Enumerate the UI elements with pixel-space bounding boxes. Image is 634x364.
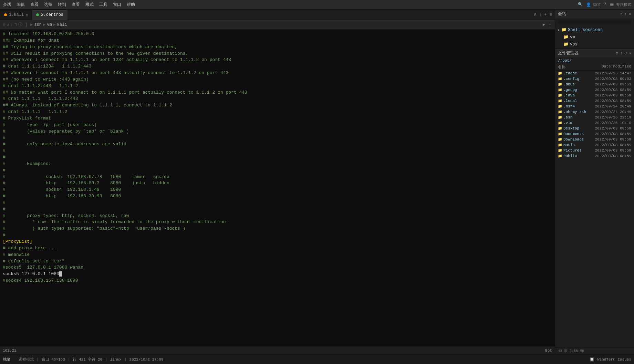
file-folder-icon: 📁 [558, 88, 562, 92]
file-folder-icon: 📁 [558, 71, 562, 75]
breadcrumb-arrow-right: ▶ [30, 22, 33, 27]
terminal-line: ## Always, instead of connecting to 1.1.… [3, 102, 552, 109]
terminal-line: # defaults set to "tor" [3, 258, 552, 265]
terminal-line: socks5 127.0.0.1 1080 [3, 271, 552, 278]
file-item[interactable]: 📁.dbus2022/09/08 09:53 [555, 82, 634, 87]
file-refresh-icon[interactable]: ↺ [625, 51, 627, 55]
terminal-line: # [3, 167, 552, 174]
breadcrumb-kali[interactable]: kali [57, 22, 67, 27]
breadcrumb-right-arrow[interactable]: ▶ [543, 22, 545, 27]
menu-mode[interactable]: 模式 [85, 2, 94, 8]
breadcrumb-icon: ⊙ [3, 22, 5, 27]
file-view-icon[interactable]: ⊡ [616, 51, 619, 55]
tab-kali[interactable]: 1.kali ✕ [0, 10, 32, 20]
tree-item-shell-sessions[interactable]: ▶ 📁 Shell sessions [555, 26, 634, 33]
tab-action-a[interactable]: A [534, 12, 536, 17]
tree-item-vps[interactable]: 📁 vps [555, 41, 634, 48]
tab-action-add[interactable]: + [544, 12, 547, 17]
file-item[interactable]: 📁.vim2022/09/25 10:10 [555, 120, 634, 126]
terminal-line: ## will result in proxying connections t… [3, 51, 552, 57]
file-folder-icon: 📁 [558, 110, 562, 114]
file-item[interactable]: 📁.oh-my-zsh2022/09/24 20:49 [555, 109, 634, 115]
terminal-line: # add proxy here ... [3, 245, 552, 252]
tab-dot-centros [36, 13, 39, 16]
file-panel: 文件管理器 ⊡ ↑ ↺ ✕ /root/ 名称 Date modified 📁.… [555, 49, 634, 354]
expert-mode-icon[interactable]: ☰ 专注模式 [610, 2, 631, 7]
taskbar-app-label: WindTerm Issues [597, 357, 631, 362]
main-layout: 1.kali ✕ 2.centros A ↑ + ≡ ⊙ ↺ ⇧ ↰ ⓘ | ▶… [0, 10, 634, 354]
toolbar-icon1: ↺ [7, 22, 9, 27]
file-item[interactable]: 📁.cache2022/09/25 14:47 [555, 71, 634, 76]
file-item[interactable]: 📁.config2022/09/08 09:03 [555, 76, 634, 82]
session-panel-title: 会话 [558, 11, 566, 17]
terminal-line: [ProxyList] [3, 239, 552, 245]
file-item[interactable]: 📁Desktop2022/09/08 08:59 [555, 126, 634, 131]
terminal-content[interactable]: # localnet 192.168.0.0/255.255.0.0### Ex… [0, 30, 555, 346]
menu-view[interactable]: 查看 [30, 2, 39, 8]
terminal-line: # dnat 1.1.1.1 1.1.1.2:443 [3, 96, 552, 102]
file-date: 2022/09/08 08:59 [593, 99, 631, 103]
taskbar-char-info: 行 421 字符 20 [73, 357, 102, 362]
menu-edit[interactable]: 编辑 [17, 2, 25, 8]
tab-kali-close[interactable]: ✕ [26, 13, 28, 17]
breadcrumb-vm[interactable]: vm [47, 22, 52, 27]
terminal-line: # Examples: [3, 161, 552, 167]
file-up-icon[interactable]: ↑ [620, 51, 623, 55]
session-search [555, 18, 634, 25]
file-date: 2022/09/08 08:59 [593, 154, 631, 158]
file-item[interactable]: 📁.msf42022/09/24 20:49 [555, 104, 634, 109]
menu-tools[interactable]: 工具 [99, 2, 107, 8]
file-date: 2022/09/25 14:47 [593, 71, 631, 75]
session-search-input[interactable] [558, 20, 631, 24]
file-date: 2022/09/24 20:49 [593, 110, 631, 114]
file-item[interactable]: 📁Public2022/09/08 08:59 [555, 153, 634, 159]
session-panel-header[interactable]: 会话 ⊡ ↕ ✕ [555, 10, 634, 18]
file-col-name-header: 名称 [558, 64, 593, 70]
status-position: 162,21 [3, 349, 545, 353]
menu-view2[interactable]: 查看 [72, 2, 80, 8]
file-name: .dbus [563, 82, 593, 86]
file-folder-icon: 📁 [558, 104, 562, 108]
toolbar-dots[interactable]: ⋮ [548, 22, 552, 27]
file-item[interactable]: 📁.ssh2022/09/26 22:19 [555, 115, 634, 120]
folder-icon-vps: 📁 [563, 42, 569, 47]
menu-help[interactable]: 帮助 [127, 2, 135, 8]
menu-select[interactable]: 选择 [44, 2, 52, 8]
file-item[interactable]: 📁.gnupg2022/09/08 08:59 [555, 87, 634, 93]
file-name: .ssh [563, 115, 593, 119]
terminal-line: # only numeric ipv4 addresses are valid [3, 141, 552, 148]
terminal-line: # proxy types: http, socks4, socks5, raw [3, 213, 552, 219]
file-item[interactable]: 📁Documents2022/09/08 08:59 [555, 131, 634, 137]
file-item[interactable]: 📁.java2022/09/08 08:59 [555, 93, 634, 98]
tab-kali-label: 1.kali [9, 12, 24, 17]
file-item[interactable]: 📁Music2022/09/08 08:59 [555, 142, 634, 148]
file-item[interactable]: 📁Pictures2022/09/08 08:59 [555, 148, 634, 153]
tree-item-vm[interactable]: 📁 vm [555, 33, 634, 41]
tab-centros[interactable]: 2.centros [32, 10, 67, 20]
search-icon[interactable]: 🔍 [578, 2, 583, 7]
right-panel: 会话 ⊡ ↕ ✕ ▶ 📁 Shell sessions 📁 vm 📁 vp [555, 10, 634, 354]
file-folder-icon: 📁 [558, 121, 562, 125]
file-name: .java [563, 93, 593, 97]
tab-action-up[interactable]: ↑ [539, 12, 541, 17]
terminal-line: ## No matter what port I connect to on 1… [3, 90, 552, 96]
terminal-line: # dnat 1.1.1.2:443 1.1.1.2 [3, 83, 552, 90]
file-name: Documents [563, 132, 593, 136]
file-item[interactable]: 📁Downloads2022/09/08 08:59 [555, 137, 634, 142]
terminal-line: #socks5 127.0.0.1 17000 wanan [3, 264, 552, 271]
file-folder-icon: 📁 [558, 115, 562, 119]
file-item[interactable]: 📁.local2022/09/08 08:59 [555, 98, 634, 104]
menu-session[interactable]: 会话 [3, 2, 11, 8]
menu-window[interactable]: 窗口 [113, 2, 121, 8]
file-close-icon[interactable]: ✕ [629, 51, 631, 55]
file-panel-actions: ⊡ ↑ ↺ ✕ [616, 51, 631, 55]
file-date: 2022/09/08 08:59 [593, 126, 631, 131]
terminal-line: ### Examples for dnat [3, 38, 552, 44]
tab-action-menu[interactable]: ≡ [550, 12, 552, 17]
menu-goto[interactable]: 转到 [58, 2, 66, 8]
breadcrumb-ssh[interactable]: ssh [34, 22, 42, 27]
file-date: 2022/09/08 08:59 [593, 148, 631, 153]
file-name: .gnupg [563, 88, 593, 92]
file-date: 2022/09/08 08:59 [593, 143, 631, 147]
terminal-line: # socks5 192.168.67.78 1080 lamer secreu [3, 174, 552, 180]
